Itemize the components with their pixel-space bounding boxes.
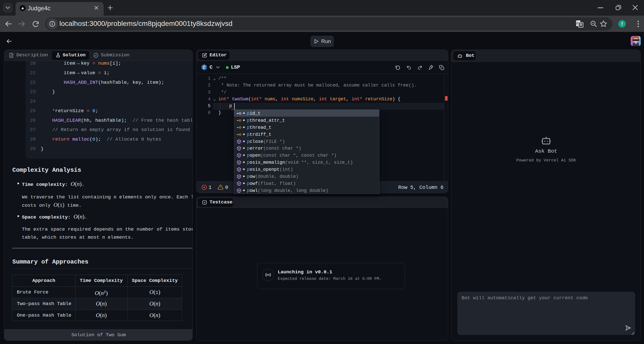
svg-text:C: C (203, 66, 206, 70)
